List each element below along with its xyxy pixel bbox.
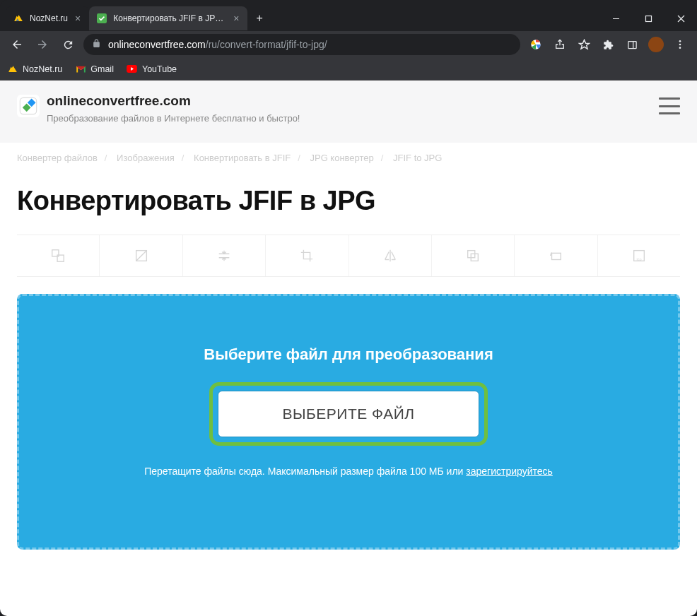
svg-point-8: [679, 40, 681, 42]
tool-crop-icon[interactable]: [266, 235, 348, 276]
svg-text:ico: ico: [636, 257, 641, 261]
site-subtitle: Преобразование файлов в Интернете беспла…: [47, 112, 300, 126]
minimize-button[interactable]: [599, 6, 632, 31]
close-tab-icon[interactable]: ×: [232, 13, 240, 24]
breadcrumb-item[interactable]: Конвертер файлов: [17, 153, 98, 163]
page-content: onlineconvertfree.com Преобразование фай…: [0, 81, 697, 616]
hamburger-menu-icon[interactable]: [659, 97, 680, 114]
register-link[interactable]: зарегистрируйтесь: [466, 466, 553, 477]
site-header: onlineconvertfree.com Преобразование фай…: [0, 81, 697, 143]
browser-titlebar: NozNet.ru × Конвертировать JFIF в JPG он…: [0, 6, 697, 31]
favicon-icon: [13, 13, 24, 24]
gmail-icon: [75, 64, 86, 75]
bookmark-youtube[interactable]: YouTube: [127, 64, 177, 75]
reload-button[interactable]: [58, 35, 78, 54]
tool-mirror-icon[interactable]: [349, 235, 432, 276]
close-window-button[interactable]: [664, 6, 697, 31]
tool-merge-icon[interactable]: [17, 235, 100, 276]
tool-ico-icon[interactable]: ico: [598, 235, 680, 276]
breadcrumb-item[interactable]: JPG конвертер: [310, 153, 373, 163]
svg-rect-2: [645, 16, 651, 21]
svg-rect-18: [552, 253, 561, 259]
bookmark-label: YouTube: [142, 64, 177, 74]
bookmark-label: Gmail: [90, 64, 114, 74]
bookmark-noznet[interactable]: NozNet.ru: [7, 64, 62, 75]
tool-compress-icon[interactable]: [183, 235, 266, 276]
maximize-button[interactable]: [632, 6, 664, 31]
breadcrumb-item[interactable]: JFIF to JPG: [393, 153, 442, 163]
share-icon[interactable]: [550, 35, 570, 54]
tool-copy-icon[interactable]: [432, 235, 515, 276]
bookmark-label: NozNet.ru: [23, 64, 62, 74]
svg-point-10: [679, 47, 681, 49]
back-button[interactable]: [7, 35, 27, 54]
youtube-icon: [127, 64, 138, 75]
tools-bar: ico: [17, 235, 680, 277]
menu-icon[interactable]: [670, 35, 690, 54]
browser-tab-2[interactable]: Конвертировать JFIF в JPG онла ×: [89, 6, 247, 30]
upload-button-highlight: ВЫБЕРИТЕ ФАЙЛ: [209, 382, 487, 446]
bookmark-icon: [7, 64, 18, 75]
browser-toolbar: onlineconvertfree.com/ru/convert-format/…: [0, 31, 697, 58]
url-text: onlineconvertfree.com/ru/convert-format/…: [108, 39, 327, 50]
upload-dropzone[interactable]: Выберите файл для преобразования ВЫБЕРИТ…: [17, 294, 680, 550]
page-title: Конвертировать JFIF в JPG: [0, 173, 697, 235]
choose-file-button[interactable]: ВЫБЕРИТЕ ФАЙЛ: [218, 391, 479, 437]
window-controls: [599, 6, 697, 31]
browser-tab-1[interactable]: NozNet.ru ×: [6, 6, 89, 30]
breadcrumb-item[interactable]: Изображения: [117, 153, 175, 163]
svg-rect-6: [628, 41, 636, 48]
lock-icon: [92, 39, 101, 50]
sidepanel-icon[interactable]: [622, 35, 642, 54]
forward-button[interactable]: [33, 35, 52, 54]
close-tab-icon[interactable]: ×: [74, 13, 82, 24]
address-bar[interactable]: onlineconvertfree.com/ru/convert-format/…: [83, 34, 520, 55]
tool-rotate-icon[interactable]: [515, 235, 597, 276]
extensions-icon[interactable]: [598, 35, 618, 54]
upload-hint: Перетащите файлы сюда. Максимальный разм…: [33, 466, 664, 477]
favicon-icon: [96, 13, 107, 24]
tool-resize-icon[interactable]: [100, 235, 182, 276]
tab-title: Конвертировать JFIF в JPG онла: [113, 13, 226, 23]
svg-point-9: [679, 44, 681, 46]
star-icon[interactable]: [574, 35, 594, 54]
site-title[interactable]: onlineconvertfree.com: [47, 93, 300, 109]
google-services-icon[interactable]: [526, 35, 546, 54]
site-logo-icon[interactable]: [17, 95, 40, 117]
profile-avatar[interactable]: [646, 35, 666, 54]
breadcrumb-item[interactable]: Конвертировать в JFIF: [194, 153, 291, 163]
upload-title: Выберите файл для преобразования: [33, 345, 664, 364]
tab-title: NozNet.ru: [30, 13, 68, 23]
bookmark-gmail[interactable]: Gmail: [75, 64, 114, 75]
breadcrumbs: Конвертер файлов/ Изображения/ Конвертир…: [0, 143, 697, 173]
new-tab-button[interactable]: +: [247, 12, 271, 25]
bookmarks-bar: NozNet.ru Gmail YouTube: [0, 58, 697, 81]
